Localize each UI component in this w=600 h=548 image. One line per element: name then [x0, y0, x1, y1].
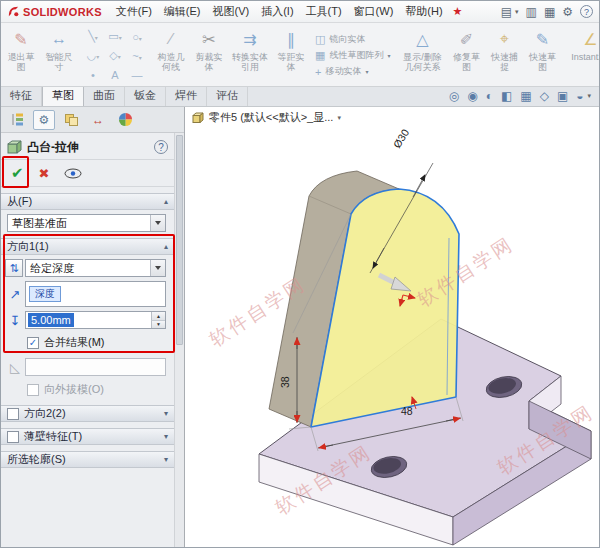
edit-appearance-icon[interactable]: ▣ — [557, 89, 568, 103]
rapid-sketch-button[interactable]: ✎ 快速草图 — [522, 25, 562, 86]
cancel-button[interactable]: ✖ — [39, 166, 50, 181]
draft-outward-checkbox-row[interactable]: 向外拔模(O) — [27, 382, 174, 397]
collapse-arrow-icon[interactable]: ▾ — [164, 409, 168, 418]
point-icon[interactable]: • — [91, 69, 95, 81]
construction-geometry-button[interactable]: ∕ 构造几何线 — [153, 25, 189, 86]
smart-dimension-button[interactable]: ↔ 智能尺寸 — [41, 25, 77, 86]
instant2d-icon: ∠ — [583, 30, 597, 49]
spline-icon[interactable]: ~▾ — [132, 50, 141, 62]
convert-entities-button[interactable]: ⇉ 转换实体引用 — [227, 25, 273, 86]
open-document-icon[interactable]: ▥ — [526, 5, 537, 19]
selection-filter-icon[interactable]: ◎ — [449, 89, 459, 103]
direction2-checkbox[interactable] — [7, 408, 19, 420]
apply-scene-icon[interactable]: ◒ — [576, 89, 583, 103]
panel-scrollbar[interactable] — [174, 133, 184, 547]
mirror-entities-button[interactable]: ◫镜向实体 — [315, 33, 390, 46]
merge-result-checkbox-row[interactable]: ✓ 合并结果(M) — [27, 335, 174, 350]
document-tab[interactable]: 零件5 (默认<<默认>_显... ▾ — [192, 110, 341, 125]
instant2d-button[interactable]: ∠ Instant2D — [564, 25, 600, 86]
collapse-arrow-icon[interactable]: ▾ — [164, 455, 168, 464]
view-orientation-icon[interactable]: ◧ — [501, 89, 512, 103]
collapse-arrow-icon[interactable]: ▴ — [164, 242, 168, 251]
dim-width-text[interactable]: 48 — [401, 405, 413, 417]
spin-up-icon[interactable]: ▲ — [151, 312, 165, 321]
menu-help[interactable]: 帮助(H) — [399, 1, 448, 22]
tab-weldments[interactable]: 焊件 — [166, 86, 207, 106]
collapse-arrow-icon[interactable]: ▴ — [164, 197, 168, 206]
reverse-direction-button[interactable]: ⇅ — [5, 259, 23, 277]
hud-dropdown-icon[interactable]: ▾ — [587, 92, 591, 100]
tab-features[interactable]: 特征 — [1, 86, 42, 106]
end-condition-dropdown[interactable]: 给定深度 — [25, 259, 166, 277]
menu-pin-icon[interactable]: ★ — [453, 5, 463, 18]
menu-window[interactable]: 窗口(W) — [348, 1, 400, 22]
menu-insert[interactable]: 插入(I) — [255, 1, 299, 22]
section-from[interactable]: 从(F) ▴ — [1, 193, 174, 210]
rectangle-icon[interactable]: ▭▾ — [108, 30, 121, 43]
centerline-icon[interactable]: — — [132, 69, 143, 81]
featuremanager-tree-tab[interactable] — [6, 110, 28, 130]
tab-evaluate[interactable]: 评估 — [207, 86, 248, 106]
linear-sketch-pattern-button[interactable]: ▦线性草图阵列▾ — [315, 49, 390, 62]
thin-feature-checkbox[interactable] — [7, 431, 19, 443]
section-view-icon[interactable]: ◐ — [486, 89, 493, 103]
new-document-icon[interactable]: ▤ — [501, 5, 512, 19]
graphics-viewport[interactable]: 软件自学网 软件自学网 软件自学网 软件自学网 38 — [185, 107, 599, 547]
magnify-icon[interactable]: ◉ — [467, 89, 477, 103]
dimxpert-icon: ↔ — [92, 113, 104, 127]
quick-snaps-button[interactable]: ⌖ 快速捕捉 — [486, 25, 522, 86]
help-icon[interactable]: ? — [580, 5, 593, 18]
offset-entities-button[interactable]: ∥ 等距实体 — [273, 25, 309, 86]
direction-reference-box[interactable]: 深度 — [25, 281, 166, 307]
polygon-icon[interactable]: ◇▾ — [109, 49, 120, 62]
hide-show-items-icon[interactable]: ◇ — [540, 89, 549, 103]
preview-eye-icon[interactable] — [64, 168, 82, 179]
feature-help-icon[interactable]: ? — [154, 140, 168, 154]
ok-button[interactable]: ✔ — [11, 164, 24, 182]
tab-sketch[interactable]: 草图 — [42, 85, 84, 106]
trim-entities-button[interactable]: ✂ 剪裁实体 — [191, 25, 227, 86]
exit-sketch-button[interactable]: ✎ 退出草图 — [3, 25, 39, 86]
spin-down-icon[interactable]: ▼ — [151, 321, 165, 329]
tab-surfaces[interactable]: 曲面 — [84, 86, 125, 106]
menu-view[interactable]: 视图(V) — [207, 1, 256, 22]
dropdown-arrow-icon[interactable] — [150, 260, 165, 276]
dropdown-arrow-icon[interactable] — [150, 215, 165, 231]
dim-diameter-text[interactable]: Ø30 — [391, 127, 412, 150]
new-document-dropdown-icon[interactable]: ▾ — [515, 8, 519, 16]
options-gear-icon[interactable]: ⚙ — [562, 5, 573, 19]
start-condition-dropdown[interactable]: 草图基准面 — [7, 214, 166, 232]
draft-outward-checkbox[interactable] — [27, 384, 39, 396]
propertymanager-tab[interactable]: ⚙ — [33, 110, 55, 130]
manager-tabs: ⚙ ↔ — [1, 107, 184, 133]
depth-input[interactable]: 5.00mm ▲ ▼ — [25, 311, 166, 329]
section-direction2[interactable]: 方向2(2) ▾ — [1, 405, 174, 422]
end-condition-value: 给定深度 — [30, 261, 74, 276]
text-icon[interactable]: A — [111, 69, 118, 81]
pattern-tools-group: ◫镜向实体 ▦线性草图阵列▾ +移动实体▾ — [311, 25, 394, 86]
section-direction1[interactable]: 方向1(1) ▴ — [1, 238, 174, 255]
display-relations-button[interactable]: △ 显示/删除几何关系 — [396, 25, 448, 86]
panel-scrollbar-thumb[interactable] — [176, 135, 183, 345]
arc-icon[interactable]: ◡▾ — [87, 49, 100, 62]
menu-edit[interactable]: 编辑(E) — [158, 1, 207, 22]
displaymanager-tab[interactable] — [114, 110, 136, 130]
move-entities-button[interactable]: +移动实体▾ — [315, 65, 390, 78]
direction-reference-row: ↗ 深度 — [5, 281, 174, 307]
menu-file[interactable]: 文件(F) — [110, 1, 158, 22]
section-thin-feature[interactable]: 薄壁特征(T) ▾ — [1, 428, 174, 445]
tab-sheet-metal[interactable]: 钣金 — [125, 86, 166, 106]
line-icon[interactable]: ╲▾ — [88, 30, 98, 43]
collapse-arrow-icon[interactable]: ▾ — [164, 432, 168, 441]
dim-height-text[interactable]: 38 — [279, 376, 291, 388]
circle-icon[interactable]: ○▾ — [132, 31, 142, 43]
section-selected-contours[interactable]: 所选轮廓(S) ▾ — [1, 451, 174, 468]
print-icon[interactable]: ▦ — [544, 5, 555, 19]
merge-result-checkbox[interactable]: ✓ — [27, 337, 39, 349]
document-tab-dropdown-icon[interactable]: ▾ — [337, 114, 341, 122]
dimxpertmanager-tab[interactable]: ↔ — [87, 110, 109, 130]
repair-sketch-button[interactable]: ✐ 修复草图 — [448, 25, 484, 86]
configurationmanager-tab[interactable] — [60, 110, 82, 130]
display-style-icon[interactable]: ▦ — [520, 89, 531, 103]
menu-tools[interactable]: 工具(T) — [300, 1, 348, 22]
